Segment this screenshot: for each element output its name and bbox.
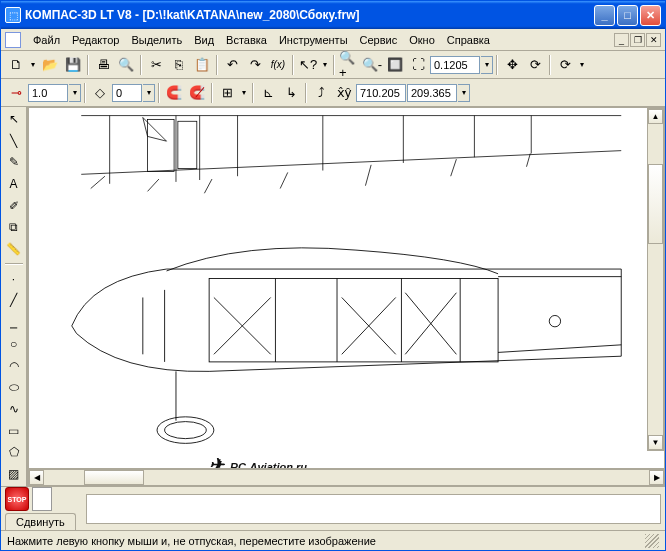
drawing-canvas[interactable]: ✈RC-Aviation.ru ▲ ▼ <box>28 107 665 469</box>
command-tab[interactable]: Сдвинуть <box>5 513 76 530</box>
zoom-window-button[interactable]: 🔲 <box>384 54 406 76</box>
aux-line-tool[interactable]: ╱ <box>4 291 24 311</box>
mdi-minimize-button[interactable]: _ <box>614 33 629 47</box>
scroll-right-button[interactable]: ▶ <box>649 470 664 485</box>
coord-label-icon: x̂ŷ <box>333 82 355 104</box>
menu-help[interactable]: Справка <box>441 32 496 48</box>
svg-rect-1 <box>178 121 197 168</box>
snap-on-button[interactable]: 🧲 <box>163 82 185 104</box>
step-button[interactable]: ⤴ <box>310 82 332 104</box>
menu-tools[interactable]: Инструменты <box>273 32 354 48</box>
svg-rect-0 <box>148 119 175 171</box>
scroll-left-button[interactable]: ◀ <box>29 470 44 485</box>
vertical-scrollbar[interactable]: ▲ ▼ <box>647 108 664 451</box>
grid-button[interactable]: ⊞ <box>216 82 238 104</box>
menu-select[interactable]: Выделить <box>125 32 188 48</box>
menu-service[interactable]: Сервис <box>354 32 404 48</box>
cad-drawing <box>29 108 664 468</box>
menu-insert[interactable]: Вставка <box>220 32 273 48</box>
layer-dropdown[interactable]: ▾ <box>143 84 155 102</box>
local-cs-button[interactable]: ↳ <box>280 82 302 104</box>
vertical-scroll-thumb[interactable] <box>648 164 663 244</box>
coord-y-input[interactable] <box>407 84 457 102</box>
page-icon[interactable] <box>32 487 52 511</box>
svg-point-5 <box>165 422 207 439</box>
maximize-button[interactable]: □ <box>617 5 638 26</box>
param-tool[interactable]: ⧉ <box>4 218 24 238</box>
select-tool[interactable]: ↖ <box>4 109 24 129</box>
zoom-fit-button[interactable]: ⛶ <box>407 54 429 76</box>
command-panel: STOP Сдвинуть <box>1 486 665 530</box>
polygon-tool[interactable]: ⬠ <box>4 443 24 463</box>
arc-tool[interactable]: ◠ <box>4 356 24 376</box>
horizontal-scrollbar[interactable]: ◀ ▶ <box>28 469 665 486</box>
rect-tool[interactable]: ▭ <box>4 421 24 441</box>
zoom-out-button[interactable]: 🔍- <box>361 54 383 76</box>
paste-button[interactable]: 📋 <box>191 54 213 76</box>
fx-button[interactable]: f(x) <box>267 54 289 76</box>
save-button[interactable]: 💾 <box>62 54 84 76</box>
cut-button[interactable]: ✂ <box>145 54 167 76</box>
point-tool[interactable]: · <box>4 269 24 289</box>
linewidth-input[interactable] <box>28 84 68 102</box>
spline-tool[interactable]: ∿ <box>4 399 24 419</box>
scroll-down-button[interactable]: ▼ <box>648 435 663 450</box>
dimension-tool[interactable]: ✎ <box>4 152 24 172</box>
status-text: Нажмите левую кнопку мыши и, не отпуская… <box>7 535 376 547</box>
svg-rect-2 <box>209 279 498 362</box>
segment-tool[interactable]: ⎯ <box>4 312 24 332</box>
new-button[interactable]: 🗋 <box>5 54 27 76</box>
horizontal-scroll-thumb[interactable] <box>84 470 144 485</box>
coord-x-input[interactable] <box>356 84 406 102</box>
coord-dropdown[interactable]: ▾ <box>458 84 470 102</box>
svg-point-4 <box>157 417 214 444</box>
menu-file[interactable]: Файл <box>27 32 66 48</box>
copy-button[interactable]: ⎘ <box>168 54 190 76</box>
layer-input[interactable] <box>112 84 142 102</box>
mdi-restore-button[interactable]: ❐ <box>630 33 645 47</box>
grid-dropdown[interactable]: ▾ <box>239 82 249 104</box>
refresh-dropdown[interactable]: ▾ <box>577 54 587 76</box>
resize-grip-icon[interactable] <box>645 534 659 548</box>
stop-button[interactable]: STOP <box>5 487 29 511</box>
mdi-close-button[interactable]: ✕ <box>646 33 661 47</box>
menu-editor[interactable]: Редактор <box>66 32 125 48</box>
close-button[interactable]: ✕ <box>640 5 661 26</box>
text-tool[interactable]: A <box>4 174 24 194</box>
circle-tool[interactable]: ○ <box>4 334 24 354</box>
line-tool[interactable]: ╲ <box>4 131 24 151</box>
layer-icon[interactable]: ◇ <box>89 82 111 104</box>
refresh-button[interactable]: ⟳ <box>554 54 576 76</box>
ellipse-tool[interactable]: ⬭ <box>4 377 24 397</box>
print-button[interactable]: 🖶 <box>92 54 114 76</box>
command-input-area[interactable] <box>86 494 661 524</box>
window-title: КОМПАС-3D LT V8 - [D:\!kat\KATANA\new_20… <box>25 8 594 22</box>
hatch-tool[interactable]: ▨ <box>4 464 24 484</box>
main-toolbar: 🗋 ▾ 📂 💾 🖶 🔍 ✂ ⎘ 📋 ↶ ↷ f(x) ↖? ▾ 🔍+ 🔍- 🔲 … <box>1 51 665 79</box>
watermark: ✈RC-Aviation.ru <box>209 448 307 469</box>
menu-window[interactable]: Окно <box>403 32 441 48</box>
minimize-button[interactable]: _ <box>594 5 615 26</box>
linetype-icon[interactable]: ⊸ <box>5 82 27 104</box>
zoom-in-button[interactable]: 🔍+ <box>338 54 360 76</box>
preview-button[interactable]: 🔍 <box>115 54 137 76</box>
snap-off-button[interactable]: 🧲̸ <box>186 82 208 104</box>
undo-button[interactable]: ↶ <box>221 54 243 76</box>
ortho-button[interactable]: ⊾ <box>257 82 279 104</box>
scroll-up-button[interactable]: ▲ <box>648 109 663 124</box>
edit-tool[interactable]: ✐ <box>4 196 24 216</box>
menu-view[interactable]: Вид <box>188 32 220 48</box>
airplane-icon: ✈ <box>209 455 224 469</box>
pointer-button[interactable]: ↖? <box>297 54 319 76</box>
rotate-button[interactable]: ⟳ <box>524 54 546 76</box>
open-button[interactable]: 📂 <box>39 54 61 76</box>
zoom-input[interactable] <box>430 56 480 74</box>
zoom-dropdown[interactable]: ▾ <box>481 56 493 74</box>
new-dropdown[interactable]: ▾ <box>28 54 38 76</box>
linewidth-dropdown[interactable]: ▾ <box>69 84 81 102</box>
measure-tool[interactable]: 📏 <box>4 239 24 259</box>
redo-button[interactable]: ↷ <box>244 54 266 76</box>
app-icon: ⬚ <box>5 7 21 23</box>
pan-button[interactable]: ✥ <box>501 54 523 76</box>
pointer-dropdown[interactable]: ▾ <box>320 54 330 76</box>
